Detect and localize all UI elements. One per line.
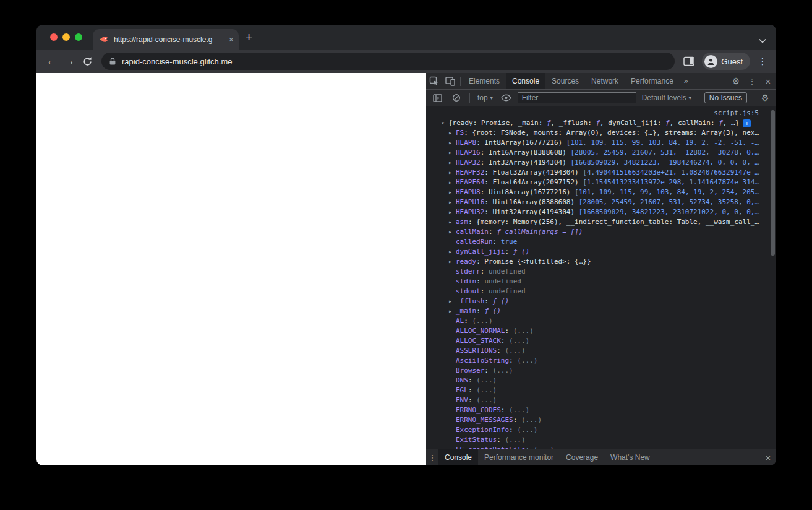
chevron-down-icon: ▾ [490, 95, 493, 101]
context-selector[interactable]: top ▾ [475, 93, 495, 102]
console-text: _main [456, 307, 476, 315]
console-settings-icon[interactable]: ⚙ [757, 90, 773, 106]
clear-console-icon[interactable] [448, 90, 464, 106]
expand-arrow-icon[interactable]: ▸ [448, 148, 456, 158]
devtools-tab-console[interactable]: Console [506, 73, 545, 89]
expand-arrow-icon[interactable]: ▸ [448, 257, 456, 267]
expand-arrow-icon[interactable]: ▸ [448, 296, 456, 306]
indent-spacer [448, 425, 456, 435]
drawer-tab-what-s-new[interactable]: What's New [604, 449, 656, 465]
close-window-button[interactable] [50, 33, 58, 41]
devtools-tab-network[interactable]: Network [585, 73, 625, 89]
drawer-tab-coverage[interactable]: Coverage [560, 449, 604, 465]
console-text: HEAPF64 [456, 178, 484, 186]
expand-arrow-icon[interactable]: ▸ [448, 178, 456, 188]
console-scrollbar[interactable] [771, 110, 775, 256]
log-levels-selector[interactable]: Default levels ▾ [639, 93, 694, 102]
drawer-tab-console[interactable]: Console [438, 449, 478, 465]
console-line[interactable]: AsciiToString: (...) [426, 356, 776, 366]
minimize-window-button[interactable] [62, 33, 70, 41]
devtools-settings-icon[interactable]: ⚙ [728, 73, 744, 89]
profile-button[interactable]: Guest [702, 53, 750, 70]
console-line[interactable]: ▸HEAPU16: Uint16Array(8388608) [28005, 2… [426, 197, 776, 207]
devtools-menu-icon[interactable]: ⋮ [744, 73, 760, 89]
issues-counter[interactable]: No Issues [704, 92, 747, 103]
indent-spacer [448, 405, 456, 415]
console-text: (...) [517, 426, 537, 434]
expand-arrow-icon[interactable]: ▸ [448, 306, 456, 316]
console-text: (...) [505, 347, 525, 355]
tab-search-chevron-icon[interactable] [759, 35, 766, 46]
devtools-close-icon[interactable]: × [760, 76, 776, 87]
side-panel-button[interactable] [681, 53, 697, 69]
more-tabs-button[interactable]: » [680, 77, 693, 85]
drawer-menu-icon[interactable]: ⋮ [426, 453, 438, 462]
console-line[interactable]: ERRNO_MESSAGES: (...) [426, 415, 776, 425]
console-line[interactable]: ExceptionInfo: (...) [426, 425, 776, 435]
expand-arrow-icon[interactable]: ▸ [448, 227, 456, 237]
expand-arrow-icon[interactable]: ▸ [448, 207, 456, 217]
console-line[interactable]: Browser: (...) [426, 366, 776, 376]
console-text: ALLOC_STACK [456, 337, 501, 345]
expand-arrow-icon[interactable]: ▸ [448, 138, 456, 148]
console-line[interactable]: ▸_fflush: ƒ () [426, 296, 776, 306]
live-expression-eye-icon[interactable] [498, 90, 515, 106]
console-line[interactable]: ENV: (...) [426, 395, 776, 405]
console-text: : [501, 337, 509, 345]
zoom-window-button[interactable] [75, 33, 82, 41]
inspect-element-icon[interactable] [426, 73, 442, 89]
console-line[interactable]: ▸ready: Promise {<fulfilled>: {…}} [426, 257, 776, 267]
console-line[interactable]: AL: (...) [426, 316, 776, 326]
expand-arrow-icon[interactable]: ▾ [441, 118, 448, 128]
expand-arrow-icon[interactable]: ▸ [448, 188, 456, 197]
console-line[interactable]: ▸HEAPF32: Float32Array(4194304) [4.49044… [426, 168, 776, 178]
console-sidebar-icon[interactable] [429, 90, 445, 106]
console-line[interactable]: ▸HEAPU32: Uint32Array(4194304) [16685090… [426, 207, 776, 217]
drawer-tab-performance-monitor[interactable]: Performance monitor [478, 449, 560, 465]
console-line[interactable]: ▸dynCall_jiji: ƒ () [426, 247, 776, 257]
console-line[interactable]: ASSERTIONS: (...) [426, 346, 776, 356]
new-tab-button[interactable]: + [246, 30, 252, 44]
console-line[interactable]: ALLOC_STACK: (...) [426, 336, 776, 346]
browser-menu-icon[interactable]: ⋮ [755, 56, 770, 67]
expand-arrow-icon[interactable]: ▸ [448, 128, 456, 138]
console-line[interactable]: ▸HEAPF64: Float64Array(2097152) [1.15454… [426, 178, 776, 188]
console-line[interactable]: ▸_main: ƒ () [426, 306, 776, 316]
back-button[interactable]: ← [43, 53, 61, 71]
toolbar-separator [699, 93, 699, 103]
expand-arrow-icon[interactable]: ▸ [448, 197, 456, 207]
console-line[interactable]: FS_createDataFile: (...) [426, 445, 776, 449]
console-line[interactable]: ▸asm: {memory: Memory(256), __indirect_f… [426, 217, 776, 227]
expand-arrow-icon[interactable]: ▸ [448, 247, 456, 257]
console-line[interactable]: ▸FS: {root: FSNode, mounts: Array(0), de… [426, 128, 776, 138]
console-line[interactable]: ERRNO_CODES: (...) [426, 405, 776, 415]
devtools-tab-performance[interactable]: Performance [625, 73, 680, 89]
expand-arrow-icon[interactable]: ▸ [448, 217, 456, 227]
address-bar[interactable]: rapid-concise-muscle.glitch.me [101, 53, 675, 70]
evaluated-info-icon[interactable]: i [743, 119, 751, 127]
expand-arrow-icon[interactable]: ▸ [448, 168, 456, 178]
tab-close-icon[interactable]: × [229, 35, 234, 45]
reload-button[interactable] [79, 53, 96, 71]
console-line[interactable]: ALLOC_NORMAL: (...) [426, 326, 776, 336]
console-line[interactable]: ExitStatus: (...) [426, 435, 776, 445]
console-line[interactable]: ▸HEAP16: Int16Array(8388608) [28005, 254… [426, 148, 776, 158]
console-line[interactable]: ▸HEAPU8: Uint8Array(16777216) [101, 109,… [426, 188, 776, 197]
console-line[interactable]: ▾{ready: Promise, _main: ƒ, _fflush: ƒ, … [426, 118, 776, 128]
filter-input[interactable] [518, 92, 636, 103]
console-text: : [501, 406, 509, 414]
device-toolbar-icon[interactable] [442, 73, 458, 89]
console-line[interactable]: DNS: (...) [426, 376, 776, 386]
devtools-tab-elements[interactable]: Elements [463, 73, 506, 89]
forward-button[interactable]: → [61, 53, 79, 71]
console-line[interactable]: ▸HEAP32: Int32Array(4194304) [1668509029… [426, 158, 776, 168]
devtools-tab-sources[interactable]: Sources [545, 73, 585, 89]
console-line[interactable]: EGL: (...) [426, 386, 776, 395]
console-line[interactable]: ▸callMain: ƒ callMain(args = []) [426, 227, 776, 237]
source-link[interactable]: script.js:5 [714, 109, 759, 117]
page-viewport[interactable] [36, 73, 426, 465]
console-line[interactable]: ▸HEAP8: Int8Array(16777216) [101, 109, 1… [426, 138, 776, 148]
expand-arrow-icon[interactable]: ▸ [448, 158, 456, 168]
browser-tab[interactable]: https://rapid-concise-muscle.g × [93, 29, 239, 50]
drawer-close-icon[interactable]: × [760, 452, 776, 463]
